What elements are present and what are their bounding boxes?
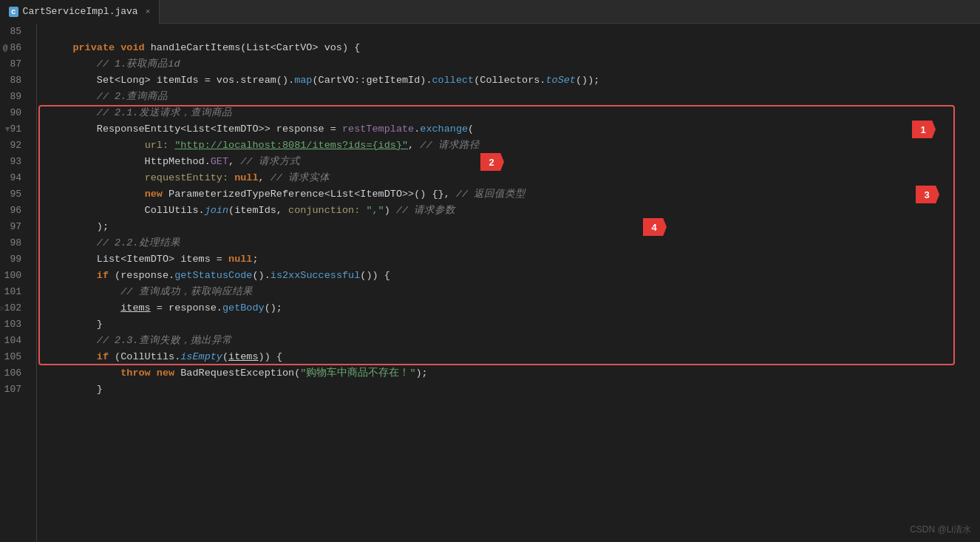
code-line-91: ResponseEntity<List<ItemDTO>> response =… [49,121,980,138]
line-num-86: @ 86 [0,40,27,56]
line-num-95: 95 [0,186,27,203]
line-num-98: 98 [0,235,27,251]
code-line-99: List<ItemDTO> items = null; [49,251,980,268]
badge-3: 3 [916,186,939,203]
code-line-104: // 2.3.查询失败，抛出异常 [49,333,980,349]
code-line-94: requestEntity: null, // 请求实体 [49,170,980,186]
code-line-106: throw new BadRequestException("购物车中商品不存在… [49,365,980,382]
line-num-92: 92 [0,138,27,154]
line-num-104: 104 [0,333,27,349]
editor-container: 85 @ 86 87 88 89 90 ▼ 91 92 93 94 95 96 … [0,24,980,542]
code-line-95: new ParameterizedTypeReference<List<Item… [49,186,980,203]
line-num-91: ▼ 91 [0,121,27,138]
badge-4: 4 [643,218,667,236]
line-num-96: 96 [0,203,27,219]
line-num-102: ▷ 102 [0,300,27,316]
line-num-99: 99 [0,251,27,268]
line-num-88: 88 [0,72,27,89]
code-line-90: // 2.1.发送请求，查询商品 [49,105,980,121]
code-line-89: // 2.查询商品 [49,89,980,105]
code-line-93: HttpMethod.GET, // 请求方式 [49,154,980,170]
close-icon[interactable]: × [146,7,151,16]
line-num-107: 107 [0,382,27,398]
tab-file-icon: c [9,7,18,17]
code-content: 1 2 3 4 private void handleCartItems(Lis… [37,24,980,542]
line-num-87: 87 [0,56,27,72]
line-num-106: 106 [0,365,27,382]
code-line-103: } [49,316,980,333]
line-num-103: 103 [0,316,27,333]
badge-2: 2 [480,153,504,171]
badge-1: 1 [912,121,936,138]
code-line-96: CollUtils.join(itemIds, conjunction: ","… [49,203,980,219]
code-line-85 [49,24,980,40]
annotation-icon-86: @ [3,40,8,56]
line-num-100: 100 [0,268,27,284]
code-line-105: if (CollUtils.isEmpty(items)) { [49,349,980,365]
code-line-98: // 2.2.处理结果 [49,235,980,251]
code-line-101: // 查询成功，获取响应结果 [49,284,980,300]
line-num-97: 97 [0,219,27,235]
line-num-90: 90 [0,105,27,121]
line-num-101: 101 [0,284,27,300]
tab-file-label: CartServiceImpl.java [23,6,138,17]
fold-icon-91[interactable]: ▼ [5,121,10,138]
line-num-94: 94 [0,170,27,186]
line-num-89: 89 [0,89,27,105]
code-line-87: // 1.获取商品id [49,56,980,72]
line-num-85: 85 [0,24,27,40]
code-line-97: ); [49,219,980,235]
code-line-102: items = response.getBody(); [49,300,980,316]
line-numbers: 85 @ 86 87 88 89 90 ▼ 91 92 93 94 95 96 … [0,24,37,542]
code-line-107: } [49,382,980,398]
code-line-100: if (response.getStatusCode().is2xxSucces… [49,268,980,284]
line-num-93: 93 [0,154,27,170]
file-tab[interactable]: c CartServiceImpl.java × [0,0,160,24]
code-line-86: private void handleCartItems(List<CartVO… [49,40,980,56]
code-line-88: Set<Long> itemIds = vos.stream().map(Car… [49,72,980,89]
line-num-105: 105 [0,349,27,365]
watermark: CSDN @Li清水 [910,524,971,536]
code-line-92: url: "http://localhost:8081/items?ids={i… [49,138,980,154]
code-area: 85 @ 86 87 88 89 90 ▼ 91 92 93 94 95 96 … [0,24,980,542]
tab-bar: c CartServiceImpl.java × [0,0,980,24]
